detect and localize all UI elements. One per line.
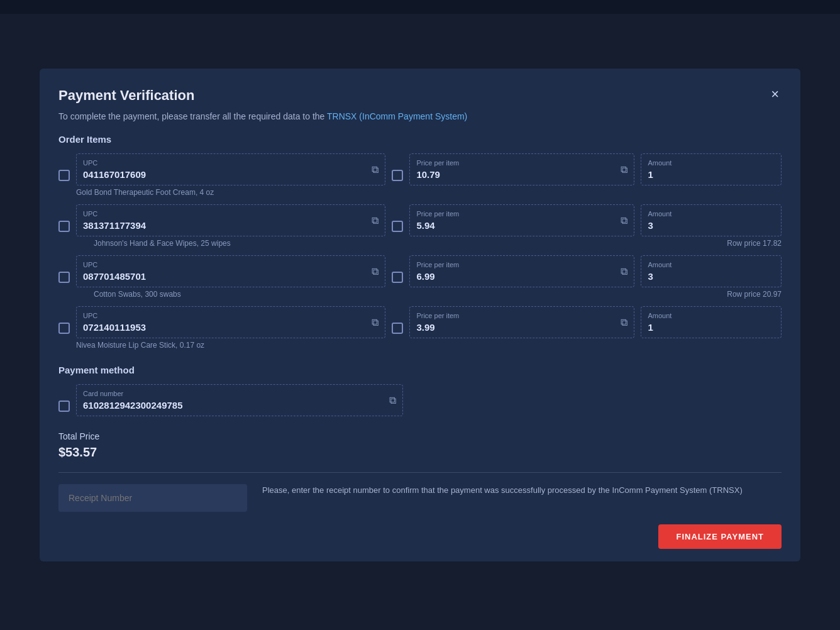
item-3-amount-label: Amount — [648, 261, 775, 268]
item-3-price-checkbox[interactable] — [392, 272, 403, 283]
item-3-amount-value: 3 — [648, 271, 775, 282]
copy-icon: ⧉ — [621, 317, 627, 328]
finalize-payment-button[interactable]: FINALIZE PAYMENT — [658, 524, 782, 549]
order-item-2: UPC 381371177394 ⧉ Price per item 5.94 ⧉ — [58, 204, 782, 248]
card-number-box: Card number 6102812942300249785 ⧉ — [76, 384, 403, 416]
item-2-price-copy[interactable]: ⧉ — [619, 214, 629, 228]
card-checkbox[interactable] — [58, 401, 70, 412]
payment-verification-modal: Payment Verification × To complete the p… — [40, 69, 800, 561]
item-4-price-label: Price per item — [416, 312, 627, 319]
item-3-price-box: Price per item 6.99 ⧉ — [409, 255, 634, 287]
item-2-amount-box: Amount 3 — [641, 204, 782, 236]
item-1-price-copy[interactable]: ⧉ — [619, 163, 629, 177]
item-3-price-value: 6.99 — [416, 271, 627, 282]
total-price-amount: $53.57 — [58, 445, 782, 460]
order-item-1: UPC 041167017609 ⧉ Price per item 10.79 — [58, 153, 782, 197]
item-3-description: Cotton Swabs, 300 swabs — [76, 290, 181, 299]
total-price-label: Total Price — [58, 431, 782, 441]
item-4-price-value: 3.99 — [416, 322, 627, 333]
order-items-title: Order Items — [58, 134, 782, 145]
item-3-upc-label: UPC — [83, 261, 379, 268]
modal-header: Payment Verification × — [58, 87, 782, 104]
item-2-upc-box: UPC 381371177394 ⧉ — [76, 204, 385, 236]
item-2-upc-copy[interactable]: ⧉ — [370, 214, 380, 228]
item-4-amount-value: 1 — [648, 322, 775, 333]
card-copy-button[interactable]: ⧉ — [388, 394, 397, 407]
order-item-3: UPC 087701485701 ⧉ Price per item 6.99 ⧉ — [58, 255, 782, 299]
item-2-amount-label: Amount — [648, 210, 775, 218]
order-items-list: UPC 041167017609 ⧉ Price per item 10.79 — [58, 153, 782, 350]
item-1-description: Gold Bond Therapeutic Foot Cream, 4 oz — [58, 188, 782, 197]
card-number-label: Card number — [83, 390, 396, 397]
trnsx-link[interactable]: TRNSX (InComm Payment System) — [327, 111, 467, 121]
card-number-value: 6102812942300249785 — [83, 400, 396, 411]
item-1-upc-label: UPC — [83, 159, 379, 167]
item-3-upc-copy[interactable]: ⧉ — [370, 265, 380, 279]
modal-footer: FINALIZE PAYMENT — [58, 524, 782, 549]
copy-icon: ⧉ — [621, 215, 627, 226]
item-1-price-label: Price per item — [416, 159, 627, 167]
copy-icon: ⧉ — [372, 317, 379, 328]
item-2-upc-value: 381371177394 — [83, 220, 379, 231]
item-1-upc-value: 041167017609 — [83, 169, 379, 180]
payment-method-section: Payment method Card number 6102812942300… — [58, 365, 782, 416]
item-2-upc-label: UPC — [83, 210, 379, 218]
item-4-price-checkbox[interactable] — [392, 323, 403, 334]
item-1-price-value: 10.79 — [416, 169, 627, 180]
item-4-upc-copy[interactable]: ⧉ — [370, 316, 380, 329]
card-row: Card number 6102812942300249785 ⧉ — [58, 384, 782, 416]
item-4-checkbox[interactable] — [58, 323, 70, 334]
item-4-amount-box: Amount 1 — [641, 306, 782, 338]
item-3-amount-box: Amount 3 — [641, 255, 782, 287]
order-item-4: UPC 072140111953 ⧉ Price per item 3.99 ⧉ — [58, 306, 782, 350]
item-4-price-copy[interactable]: ⧉ — [619, 316, 629, 329]
item-2-description: Johnson's Hand & Face Wipes, 25 wipes — [76, 239, 231, 248]
item-1-checkbox[interactable] — [58, 170, 70, 181]
payment-method-title: Payment method — [58, 365, 782, 375]
total-section: Total Price $53.57 — [58, 431, 782, 460]
item-4-description: Nivea Moisture Lip Care Stick, 0.17 oz — [58, 341, 782, 350]
item-4-upc-value: 072140111953 — [83, 322, 379, 333]
item-1-price-checkbox[interactable] — [392, 170, 403, 181]
item-2-price-label: Price per item — [416, 210, 627, 218]
item-4-amount-label: Amount — [648, 312, 775, 319]
item-3-checkbox[interactable] — [58, 272, 70, 283]
item-1-price-box: Price per item 10.79 ⧉ — [409, 153, 634, 185]
item-1-upc-box: UPC 041167017609 ⧉ — [76, 153, 385, 185]
close-button[interactable]: × — [768, 87, 782, 101]
item-3-price-copy[interactable]: ⧉ — [619, 265, 629, 279]
copy-icon: ⧉ — [372, 215, 379, 226]
item-2-amount-value: 3 — [648, 220, 775, 231]
copy-icon: ⧉ — [621, 266, 627, 277]
receipt-section: Please, enter the receipt number to conf… — [58, 484, 782, 512]
item-3-price-label: Price per item — [416, 261, 627, 268]
item-4-upc-label: UPC — [83, 312, 379, 319]
receipt-description: Please, enter the receipt number to conf… — [262, 484, 782, 497]
item-2-price-box: Price per item 5.94 ⧉ — [409, 204, 634, 236]
item-4-upc-box: UPC 072140111953 ⧉ — [76, 306, 385, 338]
item-1-amount-box: Amount 1 — [641, 153, 782, 185]
copy-icon: ⧉ — [389, 395, 396, 406]
item-1-amount-value: 1 — [648, 169, 775, 180]
item-2-row-price: Row price 17.82 — [727, 239, 782, 248]
item-2-checkbox[interactable] — [58, 221, 70, 232]
item-2-price-value: 5.94 — [416, 220, 627, 231]
copy-icon: ⧉ — [372, 266, 379, 277]
copy-icon: ⧉ — [621, 164, 627, 175]
copy-icon: ⧉ — [372, 164, 379, 175]
divider — [58, 472, 782, 473]
receipt-number-input[interactable] — [58, 484, 247, 512]
item-3-row-price: Row price 20.97 — [727, 290, 782, 299]
item-2-price-checkbox[interactable] — [392, 221, 403, 232]
modal-subtitle: To complete the payment, please transfer… — [58, 111, 782, 121]
modal-title: Payment Verification — [58, 87, 194, 104]
item-1-upc-copy[interactable]: ⧉ — [370, 163, 380, 177]
item-1-amount-label: Amount — [648, 159, 775, 167]
item-3-upc-box: UPC 087701485701 ⧉ — [76, 255, 385, 287]
item-3-upc-value: 087701485701 — [83, 271, 379, 282]
item-4-price-box: Price per item 3.99 ⧉ — [409, 306, 634, 338]
